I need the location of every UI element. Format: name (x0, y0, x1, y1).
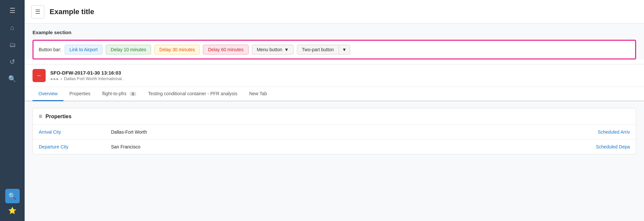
folder-icon[interactable]: 🗂 (5, 37, 20, 52)
arrival-city-label: Arrival City (39, 129, 104, 135)
header-doc-icon: ☰ (31, 5, 44, 18)
tab-conditional-container[interactable]: Testing conditional container - PFR anal… (142, 87, 243, 101)
sidebar: ☰ ⌂ 🗂 ↺ 🔍 🔍 ⭐ (0, 0, 25, 221)
tab-overview[interactable]: Overview (33, 87, 63, 101)
chevron-down-icon: ▼ (284, 47, 289, 52)
tab-new-tab[interactable]: New Tab (243, 87, 273, 101)
scheduled-departure-label: Scheduled Depa (596, 144, 630, 149)
link-to-airport-button[interactable]: Link to Airport (65, 45, 103, 55)
scheduled-arrival-label: Scheduled Arriv (598, 129, 630, 135)
two-part-arrow-button[interactable]: ▼ (339, 45, 350, 54)
properties-header: ≡ Properties (33, 108, 636, 125)
property-row-departure: Departure City San Francisco Scheduled D… (33, 140, 636, 154)
flight-info: SFO-DFW-2017-01-30 13:16:03 ●●● › Dallas… (50, 70, 636, 81)
main-area: ☰ Example title Example section Button b… (25, 0, 644, 221)
arrival-city-value: Dallas-Fort Worth (111, 129, 591, 135)
flight-destination: Dallas Fort Worth International . (64, 76, 124, 81)
home-icon[interactable]: ⌂ (5, 20, 20, 35)
departure-city-label: Departure City (39, 144, 104, 149)
flight-header: ↔ SFO-DFW-2017-01-30 13:16:03 ●●● › Dall… (25, 64, 644, 87)
flight-to-pfrs-badge: 5 (130, 92, 136, 96)
content-body: Example section Button bar: Link to Airp… (25, 24, 644, 221)
tab-flight-to-pfrs[interactable]: flight-to-pfrs 5 (96, 87, 142, 101)
properties-section: ≡ Properties Arrival City Dallas-Fort Wo… (33, 108, 636, 154)
delay-60-button[interactable]: Delay 60 minutes (203, 45, 248, 55)
menu-button[interactable]: Menu button ▼ (252, 45, 294, 55)
delay-30-button[interactable]: Delay 30 minutes (154, 45, 200, 55)
search-icon-nav[interactable]: 🔍 (5, 72, 20, 86)
two-part-button: Two-part button ▼ (297, 45, 350, 55)
hamburger-icon[interactable]: ☰ (5, 3, 20, 18)
menu-button-label: Menu button (257, 47, 282, 52)
active-search-icon[interactable]: 🔍 (5, 189, 20, 203)
bookmark-icon[interactable]: ⭐ (5, 203, 20, 218)
page-title: Example title (50, 8, 94, 16)
tab-properties[interactable]: Properties (63, 87, 96, 101)
flight-icon: ↔ (33, 69, 46, 82)
departure-city-value: San Francisco (111, 144, 589, 149)
flight-chevron-icon: › (60, 76, 62, 81)
two-part-main-button[interactable]: Two-part button (297, 45, 339, 54)
properties-title: Properties (46, 114, 72, 120)
flight-subtitle: ●●● › Dallas Fort Worth International . (50, 76, 636, 81)
properties-list-icon: ≡ (39, 113, 42, 120)
flight-title: SFO-DFW-2017-01-30 13:16:03 (50, 70, 636, 76)
property-row-arrival: Arrival City Dallas-Fort Worth Scheduled… (33, 125, 636, 140)
button-bar-label: Button bar: (39, 47, 61, 52)
dots-icon: ●●● (50, 76, 58, 81)
arrows-icon: ↔ (36, 73, 42, 78)
delay-10-button[interactable]: Delay 10 minutes (106, 45, 151, 55)
button-bar: Button bar: Link to Airport Delay 10 min… (33, 40, 636, 59)
top-header: ☰ Example title (25, 0, 644, 24)
history-icon[interactable]: ↺ (5, 55, 20, 69)
tabs-bar: Overview Properties flight-to-pfrs 5 Tes… (25, 87, 644, 101)
section-title: Example section (33, 30, 636, 35)
